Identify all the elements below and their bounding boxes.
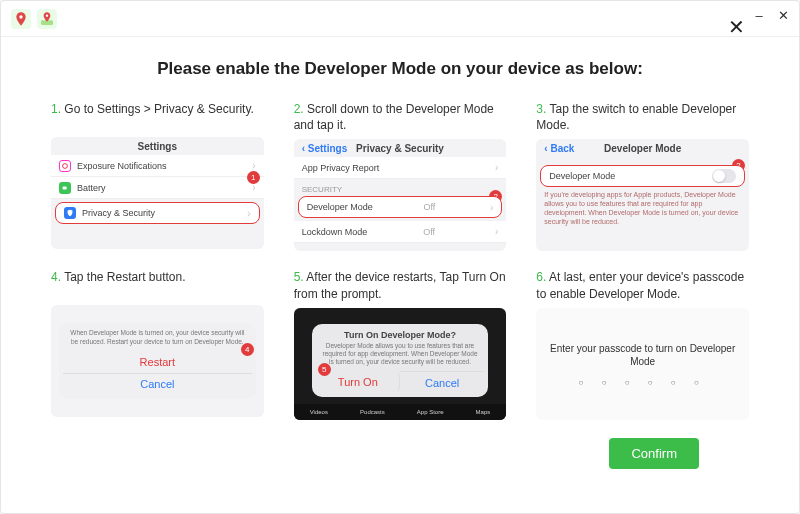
badge-1: 1 <box>247 171 260 184</box>
svg-rect-4 <box>63 186 67 189</box>
dialog-title: Please enable the Developer Mode on your… <box>51 59 749 79</box>
mock5-title: Turn On Developer Mode? <box>316 330 485 340</box>
mock1-header: Settings <box>51 137 264 155</box>
mock4-alert: When Developer Mode is turned on, your d… <box>59 323 256 398</box>
step-4-mock: When Developer Mode is turned on, your d… <box>51 305 264 417</box>
dialog-close-button[interactable]: ✕ <box>728 15 745 39</box>
mock2-row-appreport: App Privacy Report› <box>294 157 507 179</box>
step-1: 1. Go to Settings > Privacy & Security. … <box>51 101 264 251</box>
mock5-cancel: Cancel <box>400 371 484 393</box>
step-5-mock: Turn On Developer Mode? Developer Mode a… <box>294 308 507 420</box>
mock5-tabbar: VideosPodcastsApp StoreMaps <box>294 404 507 420</box>
mock2-back: ‹ Settings <box>302 143 348 154</box>
mock2-row-lockdown: Lockdown ModeOff› <box>294 221 507 243</box>
step-6: 6. At last, enter your device's passcode… <box>536 269 749 419</box>
topbar: – ✕ ✕ <box>1 1 799 37</box>
svg-point-2 <box>46 14 48 16</box>
mock3-back: ‹ Back <box>544 143 574 154</box>
step-6-mock: Enter your passcode to turn on Developer… <box>536 308 749 420</box>
step-4: 4. Tap the Restart button. When Develope… <box>51 269 264 419</box>
step-4-label: 4. Tap the Restart button. <box>51 269 264 299</box>
toggle-icon <box>712 169 736 183</box>
close-window-button[interactable]: ✕ <box>775 7 791 23</box>
mock4-text: When Developer Mode is turned on, your d… <box>63 329 252 350</box>
badge-4: 4 <box>241 343 254 356</box>
mock2-row-devmode: Developer ModeOff› <box>298 196 503 218</box>
mock4-cancel: Cancel <box>63 373 252 395</box>
step-1-label: 1. Go to Settings > Privacy & Security. <box>51 101 264 131</box>
step-2: 2. Scroll down to the Developer Mode and… <box>294 101 507 251</box>
step-5: 5. After the device restarts, Tap Turn O… <box>294 269 507 419</box>
step-6-label: 6. At last, enter your device's passcode… <box>536 269 749 301</box>
minimize-button[interactable]: – <box>751 7 767 23</box>
mock4-restart: Restart <box>65 351 250 373</box>
mock6-text: Enter your passcode to turn on Developer… <box>536 342 749 368</box>
mock1-row-exposure: Exposure Notifications› <box>51 155 264 177</box>
step-3-label: 3. Tap the switch to enable Developer Mo… <box>536 101 749 133</box>
mock3-header: ‹ BackDeveloper Mode <box>536 139 749 157</box>
svg-point-0 <box>19 15 22 18</box>
step-3-mock: ‹ BackDeveloper Mode 3 Developer Mode If… <box>536 139 749 251</box>
step-2-label: 2. Scroll down to the Developer Mode and… <box>294 101 507 133</box>
mock6-dots: ○ ○ ○ ○ ○ ○ <box>536 378 749 387</box>
step-3: 3. Tap the switch to enable Developer Mo… <box>536 101 749 251</box>
app-icon-2 <box>37 9 57 29</box>
svg-point-3 <box>63 163 68 168</box>
window-controls: – ✕ <box>751 7 791 23</box>
mock2-section: SECURITY <box>294 179 507 196</box>
mock2-header: ‹ SettingsPrivacy & Security <box>294 139 507 157</box>
step-5-label: 5. After the device restarts, Tap Turn O… <box>294 269 507 301</box>
confirm-button[interactable]: Confirm <box>609 438 699 469</box>
mock3-fineprint: If you're developing apps for Apple prod… <box>536 187 749 230</box>
mock5-text: Developer Mode allows you to use feature… <box>316 342 485 371</box>
mock1-row-battery: Battery› <box>51 177 264 199</box>
step-2-mock: ‹ SettingsPrivacy & Security App Privacy… <box>294 139 507 251</box>
dialog-window: – ✕ ✕ Please enable the Developer Mode o… <box>0 0 800 514</box>
badge-5: 5 <box>318 363 331 376</box>
mock3-row-devmode: Developer Mode <box>540 165 745 187</box>
mock5-alert: Turn On Developer Mode? Developer Mode a… <box>312 324 489 397</box>
mock1-row-privacy: Privacy & Security› <box>55 202 260 224</box>
step-1-mock: Settings Exposure Notifications› Battery… <box>51 137 264 249</box>
steps-grid: 1. Go to Settings > Privacy & Security. … <box>51 101 749 420</box>
app-icon-1 <box>11 9 31 29</box>
